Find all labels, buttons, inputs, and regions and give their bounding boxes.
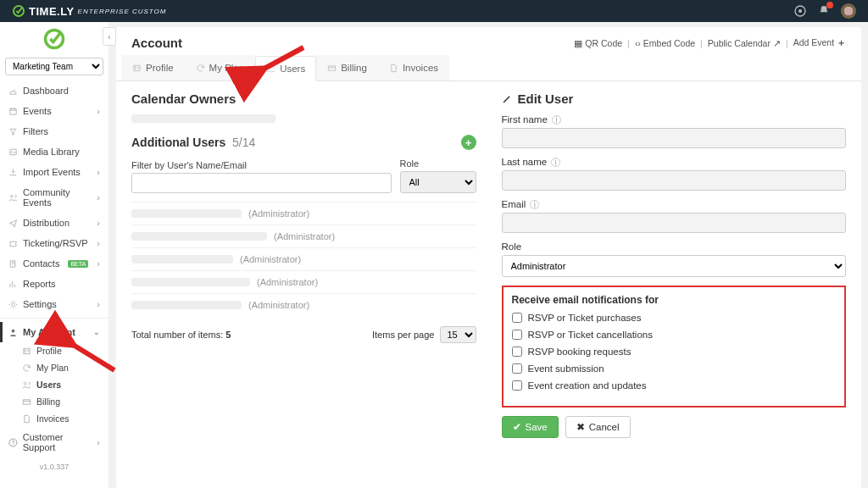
sidebar-item-contacts[interactable]: ContactsBETA bbox=[0, 253, 108, 274]
refresh-icon bbox=[22, 363, 31, 373]
embed-code-link[interactable]: ‹› Embed Code bbox=[635, 38, 695, 48]
role-select[interactable]: Administrator bbox=[502, 255, 847, 277]
users-icon bbox=[22, 380, 31, 390]
support-icon[interactable] bbox=[793, 4, 807, 18]
checkbox-input[interactable] bbox=[512, 313, 522, 323]
filter-role-select[interactable]: All bbox=[400, 171, 476, 193]
notification-checkbox[interactable]: Event submission bbox=[512, 363, 837, 374]
chevron-right-icon bbox=[97, 299, 100, 309]
info-icon[interactable]: i bbox=[530, 200, 539, 209]
tab-users[interactable]: Users bbox=[255, 56, 316, 81]
notification-checkbox[interactable]: RSVP or Ticket purchases bbox=[512, 313, 837, 323]
user-row[interactable]: (Administrator) bbox=[131, 247, 476, 270]
sidebar-item-ticketing-rsvp[interactable]: Ticketing/RSVP bbox=[0, 233, 108, 253]
brand-name: TIME.LY bbox=[29, 5, 75, 18]
user-role: (Administrator) bbox=[257, 277, 318, 287]
email-input[interactable] bbox=[502, 213, 847, 233]
sidebar-sub-users[interactable]: Users bbox=[22, 376, 108, 393]
last-name-input[interactable] bbox=[502, 170, 847, 191]
address-icon bbox=[8, 259, 18, 269]
notification-checkbox[interactable]: RSVP or Ticket cancellations bbox=[512, 330, 837, 340]
gauge-icon bbox=[8, 86, 18, 96]
cancel-button[interactable]: ✖Cancel bbox=[565, 416, 631, 438]
notification-checkbox[interactable]: Event creation and updates bbox=[512, 380, 837, 391]
user-name-placeholder bbox=[131, 255, 233, 263]
last-name-label: Last name bbox=[502, 157, 548, 167]
tab-my-plan[interactable]: My Plan bbox=[185, 55, 256, 80]
sidebar-item-customer-support[interactable]: ?Customer Support bbox=[0, 427, 108, 458]
user-row[interactable]: (Administrator) bbox=[131, 225, 476, 247]
card-icon bbox=[22, 397, 31, 407]
email-notifications-section: Receive email notifications for RSVP or … bbox=[502, 286, 847, 408]
tab-billing[interactable]: Billing bbox=[316, 55, 378, 80]
checkbox-input[interactable] bbox=[512, 347, 522, 357]
checkbox-input[interactable] bbox=[512, 330, 522, 340]
checkbox-input[interactable] bbox=[512, 380, 522, 391]
add-user-button[interactable]: + bbox=[461, 135, 476, 150]
tab-profile[interactable]: Profile bbox=[121, 55, 185, 80]
sidebar-item-distribution[interactable]: Distribution bbox=[0, 213, 108, 233]
brand: TIME.LY ENTERPRISE CUSTOM bbox=[12, 4, 166, 18]
top-bar: TIME.LY ENTERPRISE CUSTOM bbox=[0, 0, 868, 22]
id-icon bbox=[22, 347, 31, 356]
sidebar-item-media-library[interactable]: Media Library bbox=[0, 141, 108, 162]
brand-suffix: ENTERPRISE CUSTOM bbox=[78, 8, 167, 15]
per-page-select[interactable]: 15 bbox=[440, 326, 476, 343]
person-icon bbox=[8, 328, 18, 337]
close-icon: ✖ bbox=[576, 421, 585, 433]
notifications-icon[interactable] bbox=[817, 4, 831, 18]
users-icon bbox=[8, 193, 18, 202]
sidebar-item-my-account[interactable]: My Account ⌄ bbox=[0, 322, 108, 342]
filter-role-label: Role bbox=[400, 158, 476, 169]
public-calendar-link[interactable]: Public Calendar ↗ bbox=[708, 38, 781, 48]
additional-users-header: Additional Users 5/14 + bbox=[131, 135, 476, 150]
save-button[interactable]: ✔Save bbox=[502, 416, 559, 438]
notification-checkbox[interactable]: RSVP booking requests bbox=[512, 347, 837, 357]
sidebar-item-reports[interactable]: Reports bbox=[0, 274, 108, 294]
owner-placeholder bbox=[131, 114, 275, 123]
check-icon: ✔ bbox=[513, 421, 521, 433]
user-role: (Administrator) bbox=[248, 300, 309, 310]
filter-name-input[interactable] bbox=[131, 173, 392, 193]
user-name-placeholder bbox=[131, 209, 242, 218]
filter-name-label: Filter by User's Name/Email bbox=[131, 160, 392, 170]
id-icon bbox=[132, 64, 142, 73]
user-name-placeholder bbox=[131, 301, 242, 309]
user-row[interactable]: (Administrator) bbox=[131, 293, 476, 316]
sidebar-item-settings[interactable]: Settings bbox=[0, 294, 108, 314]
info-icon[interactable]: i bbox=[552, 115, 561, 125]
download-icon bbox=[8, 168, 18, 177]
add-event-link[interactable]: Add Event ＋ bbox=[793, 37, 846, 49]
sidebar-item-import-events[interactable]: Import Events bbox=[0, 162, 108, 182]
sidebar-sub-billing[interactable]: Billing bbox=[22, 393, 108, 410]
sidebar-sub-my-plan[interactable]: My Plan bbox=[22, 359, 108, 376]
file-icon bbox=[389, 64, 398, 73]
sidebar-item-events[interactable]: Events bbox=[0, 101, 108, 121]
chevron-right-icon bbox=[97, 192, 100, 202]
user-name-placeholder bbox=[131, 278, 250, 286]
main-content: Account ▦ QR Code| ‹› Embed Code| Public… bbox=[109, 22, 868, 488]
page-title: Account bbox=[131, 36, 182, 50]
sidebar-item-community-events[interactable]: Community Events bbox=[0, 182, 108, 213]
sidebar-sub-invoices[interactable]: Invoices bbox=[22, 410, 108, 427]
qr-icon: ▦ bbox=[574, 38, 585, 48]
sidebar-collapse-handle[interactable]: ‹ bbox=[103, 27, 116, 46]
qr-code-link[interactable]: ▦ QR Code bbox=[574, 38, 622, 48]
user-row[interactable]: (Administrator) bbox=[131, 202, 476, 225]
calendar-icon bbox=[8, 107, 18, 116]
chevron-right-icon bbox=[97, 218, 100, 228]
user-role: (Administrator) bbox=[248, 208, 309, 219]
user-row[interactable]: (Administrator) bbox=[131, 270, 476, 293]
edit-user-heading: Edit User bbox=[502, 92, 847, 106]
tab-invoices[interactable]: Invoices bbox=[378, 55, 449, 80]
svg-point-4 bbox=[12, 329, 15, 332]
user-avatar[interactable] bbox=[841, 3, 856, 19]
info-icon[interactable]: i bbox=[551, 158, 560, 167]
sidebar-item-dashboard[interactable]: Dashboard bbox=[0, 80, 108, 101]
checkbox-input[interactable] bbox=[512, 363, 522, 374]
team-selector[interactable]: Marketing Team bbox=[5, 58, 103, 75]
external-link-icon: ↗ bbox=[773, 38, 781, 48]
first-name-input[interactable] bbox=[502, 128, 847, 148]
sidebar-item-filters[interactable]: Filters bbox=[0, 121, 108, 141]
sidebar-sub-profile[interactable]: Profile bbox=[22, 342, 108, 359]
